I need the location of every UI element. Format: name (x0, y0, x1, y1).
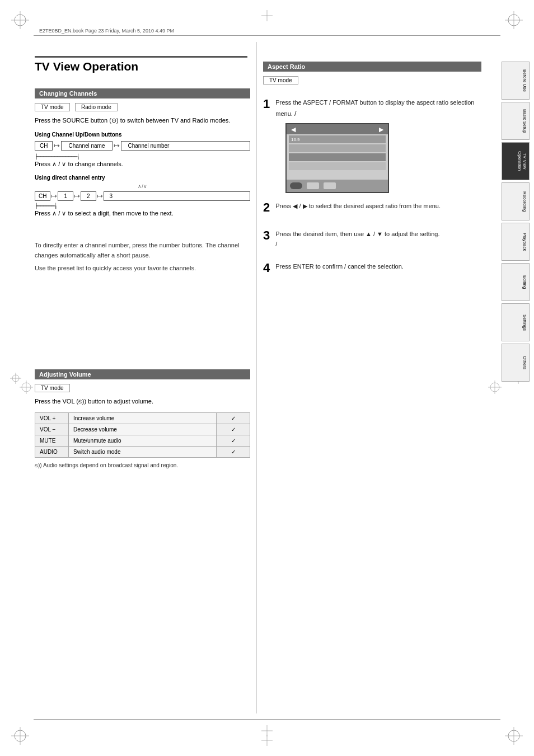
right-sidebar: Before Use Basic Setup TV View Operation… (502, 62, 530, 382)
vol-col2-r3: Mute/unmute audio (69, 435, 217, 446)
sidebar-tab-editing[interactable]: Editing (502, 263, 530, 301)
diag2-d1: 1 (58, 191, 73, 201)
step4-text: Press ENTER to confirm / cancel the sele… (275, 262, 404, 272)
channel-updown-note: Press ∧ / ∨ to change channels. (35, 161, 250, 168)
sidebar-tab-others[interactable]: Others (502, 344, 530, 382)
table-row: VOL + Increase volume ✓ (35, 412, 250, 424)
diag2-bracket: ┣━━━━━━┧ (35, 203, 250, 209)
title-top-bar (35, 56, 247, 58)
bottom-center-mark (261, 725, 273, 736)
sidebar-tab-settings[interactable]: Settings (502, 303, 530, 341)
column-divider (256, 42, 257, 713)
diag-ch-box: CH (35, 141, 53, 151)
step1-number: 1 (263, 98, 270, 110)
aspect-tv-badge-row: TV mode (263, 76, 481, 84)
changing-channels-section: Changing Channels TV mode Radio mode Pre… (35, 88, 250, 220)
sidebar-tab-before-use[interactable]: Before Use (502, 62, 530, 100)
footer-divider (34, 719, 500, 720)
additional-left-text: To directly enter a channel number, pres… (35, 241, 250, 277)
corner-mark-br (504, 726, 524, 746)
aspect-ratio-header: Aspect Ratio (263, 62, 481, 72)
diag2-ch: CH (35, 191, 50, 201)
step2-text: Press ◀ / ▶ to select the desired aspect… (275, 201, 441, 212)
tv-bottom-bar (287, 180, 388, 192)
adjusting-volume-section: Adjusting Volume TV mode Press the VOL (… (35, 369, 250, 468)
direct-entry-subheader: Using direct channel entry (35, 175, 250, 181)
diag2-arr3: ↦ (97, 192, 103, 200)
tv-nav-left: ◀ (291, 126, 296, 133)
table-row: MUTE Mute/unmute audio ✓ (35, 435, 250, 446)
vol-col3-r1: ✓ (217, 412, 250, 424)
source-text: Press the SOURCE button (⊙) to switch be… (35, 116, 250, 126)
right-col-header-bar: Aspect Ratio TV mode (263, 62, 481, 89)
step4-row: 4 Press ENTER to confirm / cancel the se… (263, 262, 481, 280)
tv-nav-right: ▶ (379, 126, 383, 133)
corner-mark-bl (10, 726, 30, 746)
sidebar-tab-recording[interactable]: Recording (502, 182, 530, 220)
aspect-tv-badge: TV mode (263, 76, 298, 84)
tv-btn-3 (324, 182, 336, 189)
channel-diagram-2: CH ↦ 1 ↦ 2 ↦ 3 (35, 191, 250, 201)
main-title: TV View Operation (35, 60, 247, 73)
step1-row: 1 Press the ASPECT / FORMAT button to di… (263, 98, 481, 125)
vol-col1-r2: VOL − (35, 424, 69, 435)
diag-arrow1: ↦ (54, 142, 60, 150)
step4-number: 4 (263, 262, 270, 274)
tv-menu-items: 16:9 (289, 135, 386, 170)
step2-number: 2 (263, 201, 270, 214)
reg-mark-bottom (261, 735, 273, 746)
sidebar-tab-playback[interactable]: Playback (502, 223, 530, 261)
vol-col2-r1: Increase volume (69, 412, 217, 424)
vol-col3-r3: ✓ (217, 435, 250, 446)
volume-header: Adjusting Volume (35, 369, 250, 379)
direct-entry-note: Press ∧ / ∨ to select a digit, then move… (35, 210, 250, 217)
table-row: AUDIO Switch audio mode ✓ (35, 446, 250, 457)
diag-arrow2: ↦ (114, 142, 120, 150)
sidebar-tab-tv-view[interactable]: TV View Operation (502, 142, 530, 180)
channel-diagram-1: CH ↦ Channel name ↦ Channel number (35, 141, 250, 151)
vol-col3-r2: ✓ (217, 424, 250, 435)
reg-mark-top (261, 10, 273, 21)
mode-badges: TV mode Radio mode (35, 103, 250, 111)
step1-text: Press the ASPECT / FORMAT button to disp… (275, 98, 481, 119)
right-mid-mark (488, 381, 502, 394)
vol-col1-r1: VOL + (35, 412, 69, 424)
diag2-d3: 3 (104, 191, 250, 201)
tv-menu-item-3 (289, 153, 386, 161)
diag-channel-name-box: Channel name (61, 141, 112, 151)
volume-note: ⎋)) Audio settings depend on broadcast s… (35, 462, 250, 468)
tv-screen-diagram: ◀ ▶ 16:9 (285, 123, 389, 193)
step3-text: Press the desired item, then use ▲ / ▼ t… (275, 229, 439, 249)
tv-mode-badge: TV mode (35, 103, 70, 111)
volume-table: VOL + Increase volume ✓ VOL − Decrease v… (35, 412, 250, 458)
table-row: VOL − Decrease volume ✓ (35, 424, 250, 435)
diag2-arr2: ↦ (74, 192, 80, 200)
diag1-bracket: ┣━━━━━━━━━━━━━━┧ (35, 154, 250, 159)
diag2-arr1: ↦ (51, 192, 57, 200)
vol-col1-r4: AUDIO (35, 446, 69, 457)
tv-menu-item-1: 16:9 (289, 135, 386, 143)
step3-number: 3 (263, 229, 270, 242)
tv-btn-2 (307, 182, 319, 189)
diag2-top-label: ∧/∨ (35, 184, 250, 189)
left-mid-mark (20, 381, 33, 394)
tv-btn-1 (290, 182, 302, 189)
diag2-d2: 2 (81, 191, 96, 201)
corner-mark-tl (10, 10, 30, 30)
sidebar-tab-basic-setup[interactable]: Basic Setup (502, 102, 530, 140)
vol-col2-r2: Decrease volume (69, 424, 217, 435)
changing-channels-header: Changing Channels (35, 88, 250, 98)
radio-mode-badge: Radio mode (75, 103, 118, 111)
corner-mark-tr (504, 10, 524, 30)
tv-nav-bar: ◀ ▶ (287, 124, 388, 134)
step3-row: 3 Press the desired item, then use ▲ / ▼… (263, 229, 481, 255)
tv-menu-item-2 (289, 144, 386, 152)
channel-updown-subheader: Using Channel Up/Down buttons (35, 132, 250, 138)
volume-tv-badge: TV mode (35, 384, 70, 392)
diag-channel-num-box: Channel number (121, 141, 251, 151)
vol-col2-r4: Switch audio mode (69, 446, 217, 457)
volume-badge-row: TV mode (35, 384, 250, 392)
vol-col3-r4: ✓ (217, 446, 250, 457)
page-title-bar: TV View Operation (35, 56, 247, 76)
volume-intro: Press the VOL (⎋)) button to adjust volu… (35, 397, 250, 407)
